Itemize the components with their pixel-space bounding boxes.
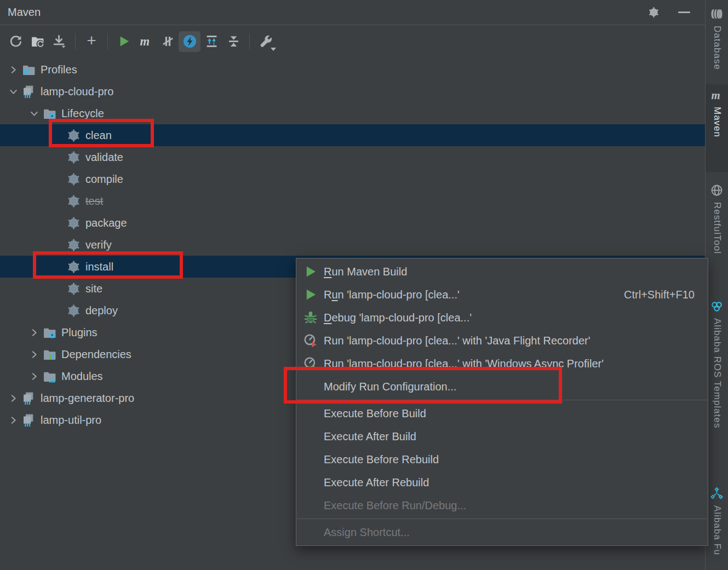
menu-item-run-maven-build[interactable]: Run Maven Build xyxy=(296,260,708,283)
tree-item-label: Plugins xyxy=(61,326,98,339)
run-icon xyxy=(303,287,318,302)
menu-item-execute-after-build[interactable]: Execute After Build xyxy=(296,425,708,448)
run-icon xyxy=(117,34,131,48)
tree-item-verify[interactable]: verify xyxy=(0,234,706,256)
empty-icon-slot xyxy=(303,498,318,513)
ros-clover-icon xyxy=(710,300,723,313)
maven-project-icon xyxy=(22,85,36,99)
tree-item-package[interactable]: package xyxy=(0,212,706,234)
menu-item-run-with-java-flight-recorder[interactable]: Run 'lamp-cloud-pro [clea...' with 'Java… xyxy=(296,329,708,352)
maven-tool-window: Maven + Profiles lamp-cloud-pr xyxy=(0,0,728,570)
collapse-all-button[interactable] xyxy=(222,31,244,52)
toggle-skip-tests-button[interactable] xyxy=(157,31,179,52)
tree-item-clean[interactable]: clean xyxy=(0,124,706,146)
toolbar-separator xyxy=(107,33,108,50)
generate-sources-button[interactable] xyxy=(26,31,48,52)
database-icon xyxy=(710,8,723,20)
tree-item-label: lamp-cloud-pro xyxy=(41,85,113,98)
menu-item-modify-run-configuration[interactable]: Modify Run Configuration... xyxy=(296,375,708,398)
right-tool-window-stripe: Database Maven RestfulTool Alibaba ROS T… xyxy=(705,0,728,570)
tree-item-test[interactable]: test xyxy=(0,190,706,212)
function-graph-icon xyxy=(710,487,723,500)
chevron-down-icon[interactable] xyxy=(25,102,43,124)
menu-separator xyxy=(297,519,707,519)
debug-bug-icon xyxy=(303,310,318,325)
chevron-right-icon[interactable] xyxy=(4,387,22,409)
chevron-right-icon[interactable] xyxy=(25,365,43,387)
tree-item-validate[interactable]: validate xyxy=(0,146,706,168)
folder-check-icon xyxy=(22,63,36,77)
tool-window-title: Maven xyxy=(8,6,41,19)
folder-plugins-icon xyxy=(43,326,56,339)
tree-item-label: Profiles xyxy=(41,64,77,76)
maven-m-icon xyxy=(139,34,153,48)
chevron-down-icon[interactable] xyxy=(4,80,22,102)
goal-gear-icon xyxy=(67,172,81,186)
goal-gear-icon xyxy=(67,238,81,252)
wrench-icon xyxy=(259,34,273,48)
menu-item-debug-configuration[interactable]: Debug 'lamp-cloud-pro [clea...' xyxy=(296,306,708,329)
tree-item-lamp-cloud-pro[interactable]: lamp-cloud-pro xyxy=(0,80,706,102)
menu-item-execute-before-build[interactable]: Execute Before Build xyxy=(296,402,708,425)
chevron-down-icon xyxy=(271,48,276,51)
menu-item-run-with-windows-async-profiler[interactable]: Run 'lamp-cloud-pro [clea...' with 'Wind… xyxy=(296,352,708,375)
tree-item-label: compile xyxy=(85,173,123,186)
menu-separator xyxy=(297,400,707,400)
empty-icon-slot xyxy=(303,429,318,444)
run-maven-build-button[interactable] xyxy=(113,31,135,52)
menu-item-execute-before-rebuild[interactable]: Execute Before Rebuild xyxy=(296,448,708,471)
tree-item-label: lamp-util-pro xyxy=(41,414,101,427)
stripe-tab-database[interactable]: Database xyxy=(706,3,728,84)
tree-item-label: install xyxy=(85,261,113,273)
goal-gear-icon xyxy=(67,282,81,296)
maven-project-icon xyxy=(22,391,36,405)
minimize-icon[interactable] xyxy=(678,11,690,13)
tree-item-lifecycle[interactable]: Lifecycle xyxy=(0,102,706,124)
plus-icon: + xyxy=(87,32,96,49)
add-maven-project-button[interactable]: + xyxy=(81,31,102,52)
tree-item-label: Dependencies xyxy=(61,348,131,361)
tree-item-label: site xyxy=(85,283,102,295)
expand-all-icon xyxy=(205,34,219,48)
download-sources-button[interactable] xyxy=(48,31,70,52)
chevron-right-icon[interactable] xyxy=(4,409,22,431)
collapse-all-icon xyxy=(227,34,240,48)
stripe-tab-alibaba-ros-templates[interactable]: Alibaba ROS Templates xyxy=(706,296,728,454)
skip-tests-icon xyxy=(161,34,175,48)
tree-item-label: deploy xyxy=(85,304,118,317)
folder-lifecycle-icon xyxy=(43,107,56,120)
goal-gear-icon xyxy=(67,260,81,274)
goal-gear-icon xyxy=(67,304,81,318)
tree-item-label: verify xyxy=(85,239,112,251)
folder-modules-icon xyxy=(43,370,56,383)
tree-item-label: validate xyxy=(85,151,123,164)
maven-settings-button[interactable] xyxy=(255,31,277,52)
empty-icon-slot xyxy=(303,452,318,467)
folder-sync-icon xyxy=(31,34,44,48)
empty-icon-slot xyxy=(303,475,318,490)
toggle-offline-mode-button[interactable] xyxy=(179,31,200,52)
menu-item-execute-after-rebuild[interactable]: Execute After Rebuild xyxy=(296,471,708,494)
chevron-right-icon[interactable] xyxy=(25,343,43,365)
chevron-right-icon[interactable] xyxy=(4,59,22,80)
stripe-tab-alibaba-fu[interactable]: Alibaba Fu xyxy=(706,483,728,570)
titlebar: Maven xyxy=(0,0,706,25)
maven-toolbar: + xyxy=(0,26,706,57)
context-menu: Run Maven Build Run 'lamp-cloud-pro [cle… xyxy=(296,258,708,546)
reload-all-maven-projects-button[interactable] xyxy=(4,31,26,52)
maven-m-icon xyxy=(710,89,723,101)
chevron-right-icon[interactable] xyxy=(25,321,43,343)
gear-icon[interactable] xyxy=(648,7,660,18)
stripe-tab-maven[interactable]: Maven xyxy=(706,84,728,172)
menu-item-assign-shortcut[interactable]: Assign Shortcut... xyxy=(296,521,708,544)
menu-item-execute-before-run-debug[interactable]: Execute Before Run/Debug... xyxy=(296,494,708,517)
execute-maven-goal-button[interactable] xyxy=(135,31,157,52)
menu-item-run-configuration[interactable]: Run 'lamp-cloud-pro [clea...' Ctrl+Shift… xyxy=(296,283,708,306)
stripe-tab-restfultool[interactable]: RestfulTool xyxy=(706,180,728,267)
globe-icon xyxy=(710,184,723,197)
expand-all-button[interactable] xyxy=(200,31,222,52)
empty-icon-slot xyxy=(303,525,318,539)
goal-gear-icon xyxy=(67,216,81,230)
tree-item-profiles[interactable]: Profiles xyxy=(0,59,706,80)
tree-item-compile[interactable]: compile xyxy=(0,168,706,190)
